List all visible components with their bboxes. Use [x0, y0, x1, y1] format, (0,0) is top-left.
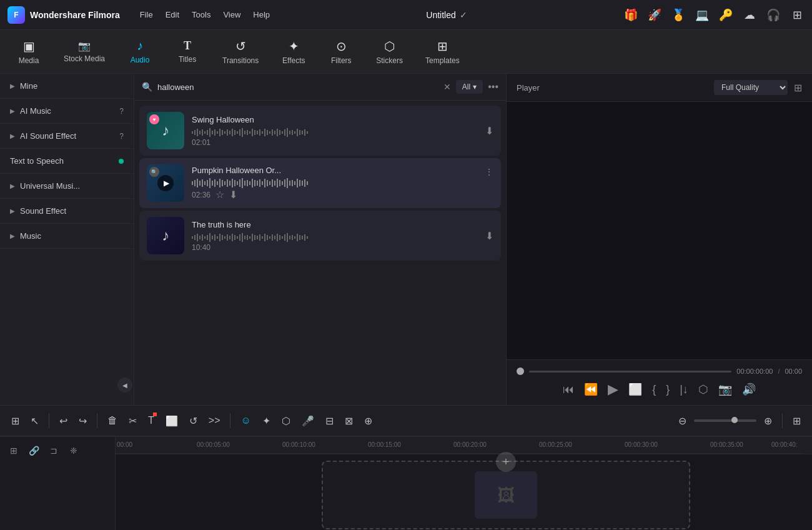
crop-btn[interactable]: ⬜ — [162, 411, 182, 431]
tab-media[interactable]: ▣ Media — [6, 34, 51, 70]
ripple-btn[interactable]: ⊠ — [341, 411, 357, 431]
mic-btn[interactable]: 🎤 — [298, 411, 318, 431]
player-controls: 00:00:00:00 / 00:00 ⏮ ⏪ ▶ ⬜ { } |↓ ⬡ 📷 🔊 — [507, 359, 812, 405]
section-universal-header[interactable]: ▶ Universal Musi... — [0, 174, 134, 198]
undo-btn[interactable]: ↩ — [56, 411, 71, 431]
section-ai-music-header[interactable]: ▶ AI Music ? — [0, 99, 134, 123]
collapse-panel-btn[interactable]: ◀ — [117, 378, 132, 392]
premium-badge: ♥ — [149, 114, 159, 124]
ripple-edit-btn[interactable]: ❈ — [65, 442, 82, 459]
section-mine-header[interactable]: ▶ Mine — [0, 74, 134, 98]
face-effect-btn[interactable]: ☺ — [237, 411, 254, 430]
layout-btn[interactable]: ⊞ — [789, 411, 805, 431]
key-icon[interactable]: 🔑 — [718, 8, 733, 22]
audio-item-truth[interactable]: ♪ The truth is here 10:40 ⬇ — [139, 211, 501, 261]
more-btn-pumpkin[interactable]: ⋮ — [485, 167, 493, 177]
computer-icon[interactable]: 💻 — [695, 8, 710, 22]
audio-item-swing-halloween[interactable]: ♪ ♥ Swing Halloween 02:01 — [139, 106, 501, 156]
delete-btn[interactable]: 🗑 — [104, 411, 121, 430]
export-preview-btn[interactable]: ⬡ — [698, 382, 708, 396]
tab-templates[interactable]: ⊞ Templates — [415, 34, 470, 70]
tab-titles[interactable]: T Titles — [165, 34, 210, 69]
add-media-plus-btn[interactable]: + — [496, 452, 516, 472]
zoom-in-btn[interactable]: ⊕ — [760, 411, 776, 431]
shield-btn[interactable]: ⬡ — [278, 411, 294, 431]
more-tools-btn[interactable]: >> — [205, 411, 224, 430]
split-btn[interactable]: |↓ — [680, 383, 688, 396]
svg-rect-69 — [247, 180, 248, 186]
svg-rect-4 — [202, 129, 203, 136]
text-btn[interactable]: T — [144, 411, 158, 430]
tab-transitions-label: Transitions — [222, 56, 259, 65]
rocket-icon[interactable]: 🚀 — [647, 8, 662, 22]
section-ai-sound-effect: ▶ AI Sound Effect ? — [0, 124, 134, 149]
snapshot-btn[interactable]: 📷 — [718, 382, 732, 396]
zoom-slider[interactable] — [694, 419, 756, 422]
clear-search-icon[interactable]: ✕ — [443, 82, 451, 92]
add-track-btn[interactable]: ⊞ — [5, 442, 22, 459]
magnet-btn[interactable]: ⊐ — [45, 442, 62, 459]
section-ai-sound-effect-header[interactable]: ▶ AI Sound Effect ? — [0, 124, 134, 148]
step-back-btn[interactable]: ⏮ — [563, 383, 574, 396]
download-btn-pumpkin[interactable]: ⬇ — [229, 189, 237, 201]
select-all-btn[interactable]: ⊞ — [7, 411, 23, 431]
tab-effects[interactable]: ✦ Effects — [271, 34, 316, 70]
quality-selector[interactable]: Full Quality Half Quality Quarter Qualit… — [714, 80, 788, 95]
download-btn-swing[interactable]: ⬇ — [485, 125, 493, 137]
progress-track[interactable] — [529, 371, 731, 372]
favorite-btn-pumpkin[interactable]: ☆ — [215, 189, 224, 201]
volume-btn[interactable]: 🔊 — [742, 382, 756, 396]
section-tts-header[interactable]: Text to Speech — [0, 149, 134, 173]
tab-stock-media[interactable]: 📷 Stock Media — [54, 35, 115, 68]
tab-audio[interactable]: ♪ Audio — [117, 34, 162, 69]
layout-grid-icon[interactable]: ⊞ — [790, 8, 805, 22]
redo-btn[interactable]: ↪ — [75, 411, 91, 431]
svg-rect-15 — [229, 131, 230, 134]
menu-file[interactable]: File — [140, 10, 153, 19]
menu-help[interactable]: Help — [253, 10, 270, 19]
menu-edit[interactable]: Edit — [166, 10, 179, 19]
timeline-drop-zone[interactable]: + 🖼 — [322, 461, 690, 529]
svg-rect-17 — [234, 130, 235, 135]
svg-rect-128 — [277, 234, 278, 241]
svg-rect-109 — [229, 236, 230, 239]
search-input[interactable] — [157, 82, 438, 92]
pointer-btn[interactable]: ↖ — [27, 411, 42, 431]
bracket-in-btn[interactable]: { — [652, 383, 656, 396]
link-btn[interactable]: 🔗 — [25, 442, 42, 459]
motion-btn[interactable]: ↺ — [186, 411, 201, 431]
particle-btn[interactable]: ✦ — [259, 411, 274, 431]
svg-rect-27 — [259, 129, 260, 136]
player-panel: Player Full Quality Half Quality Quarter… — [506, 74, 812, 405]
svg-rect-107 — [224, 236, 225, 239]
menu-tools[interactable]: Tools — [192, 10, 210, 19]
tab-transitions[interactable]: ↺ Transitions — [212, 34, 269, 70]
download-btn-truth[interactable]: ⬇ — [485, 230, 493, 242]
split-timeline-btn[interactable]: ⊟ — [322, 411, 337, 431]
insert-btn[interactable]: ⊕ — [360, 411, 376, 431]
headset-icon[interactable]: 🎧 — [766, 8, 781, 22]
play-btn[interactable]: ▶ — [608, 381, 618, 398]
tab-filters[interactable]: ⊙ Filters — [319, 34, 364, 70]
section-music-header[interactable]: ▶ Music — [0, 224, 134, 248]
tab-stickers[interactable]: ⬡ Stickers — [366, 34, 413, 70]
menu-view[interactable]: View — [223, 10, 240, 19]
zoom-out-btn[interactable]: ⊖ — [675, 411, 690, 431]
audio-item-pumpkin[interactable]: ▶ 🔍 Pumpkin Halloween Or... ⋮ — [139, 158, 501, 208]
svg-rect-23 — [249, 131, 250, 134]
audio-icon: ♪ — [137, 39, 143, 53]
cloud-download-icon[interactable]: ☁ — [742, 8, 757, 22]
more-options-btn[interactable]: ••• — [488, 81, 498, 92]
svg-rect-52 — [204, 181, 205, 185]
badge-icon[interactable]: 🏅 — [671, 8, 686, 22]
player-grid-icon[interactable]: ⊞ — [794, 82, 802, 94]
rewind-btn[interactable]: ⏪ — [584, 382, 598, 396]
filter-all-btn[interactable]: All ▾ — [456, 80, 483, 94]
bracket-out-btn[interactable]: } — [666, 383, 670, 396]
svg-rect-80 — [274, 181, 275, 186]
section-sound-effect-header[interactable]: ▶ Sound Effect — [0, 199, 134, 223]
cut-btn[interactable]: ✂ — [125, 411, 141, 431]
frame-forward-btn[interactable]: ⬜ — [628, 382, 642, 396]
gift-icon[interactable]: 🎁 — [623, 8, 638, 22]
audio-actions-swing: ⬇ — [485, 125, 493, 137]
